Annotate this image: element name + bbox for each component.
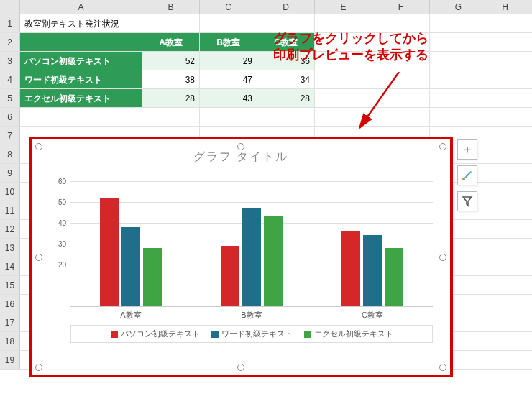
cell-F3[interactable] xyxy=(372,52,430,70)
row-header-14[interactable]: 14 xyxy=(0,257,20,275)
cell-H3[interactable] xyxy=(487,52,523,70)
row-header-6[interactable]: 6 xyxy=(0,108,20,126)
row-header-16[interactable]: 16 xyxy=(0,295,20,313)
cell-B3[interactable]: 52 xyxy=(142,52,200,70)
row-header-17[interactable]: 17 xyxy=(0,313,20,331)
cell-E1[interactable] xyxy=(315,14,372,32)
col-header-F[interactable]: F xyxy=(372,0,430,14)
select-all-corner[interactable] xyxy=(0,0,20,14)
cell-B4[interactable]: 38 xyxy=(142,70,200,88)
cell-H1[interactable] xyxy=(487,14,523,32)
cell-A4[interactable]: ワード初級テキスト xyxy=(20,70,142,88)
cell-C5[interactable]: 43 xyxy=(200,89,257,107)
cell-G3[interactable] xyxy=(430,52,487,70)
table-row: 1 教室別テキスト発注状況 xyxy=(0,14,532,33)
cell-H4[interactable] xyxy=(487,70,523,88)
cell-H2[interactable] xyxy=(487,33,523,51)
col-header-G[interactable]: G xyxy=(430,0,487,14)
row-header-12[interactable]: 12 xyxy=(0,220,20,238)
col-header-B[interactable]: B xyxy=(142,0,200,14)
cell-E3[interactable] xyxy=(315,52,372,70)
cell-F1[interactable] xyxy=(372,14,430,32)
resize-handle-icon[interactable] xyxy=(439,254,446,261)
row-header-3[interactable]: 3 xyxy=(0,52,20,70)
table-row: 6 xyxy=(0,108,532,127)
cell-C1[interactable] xyxy=(200,14,257,32)
cell-G5[interactable] xyxy=(430,89,487,107)
row-header-1[interactable]: 1 xyxy=(0,14,20,32)
chart-styles-button[interactable] xyxy=(457,165,477,185)
cell-G1[interactable] xyxy=(430,14,487,32)
cell-E2[interactable] xyxy=(315,33,372,51)
cell-D2[interactable]: C教室 xyxy=(257,33,315,51)
cell-F2[interactable] xyxy=(372,33,430,51)
row-header-8[interactable]: 8 xyxy=(0,145,20,163)
col-header-C[interactable]: C xyxy=(200,0,257,14)
cell-H5[interactable] xyxy=(487,89,523,107)
legend-item[interactable]: ワード初級テキスト xyxy=(211,329,293,339)
cell-F5[interactable] xyxy=(372,89,430,107)
col-header-H[interactable]: H xyxy=(487,0,523,14)
bar[interactable] xyxy=(242,208,261,306)
cell-F4[interactable] xyxy=(372,70,430,88)
row-header-5[interactable]: 5 xyxy=(0,89,20,107)
col-header-D[interactable]: D xyxy=(257,0,315,14)
chart-filter-button[interactable] xyxy=(457,191,477,211)
resize-handle-icon[interactable] xyxy=(237,364,244,371)
cell-C2[interactable]: B教室 xyxy=(200,33,257,51)
cell-D4[interactable]: 34 xyxy=(257,70,315,88)
bar[interactable] xyxy=(221,246,239,306)
col-header-E[interactable]: E xyxy=(315,0,372,14)
row-header-15[interactable]: 15 xyxy=(0,276,20,294)
table-row: 2 A教室 B教室 C教室 xyxy=(0,33,532,52)
y-tick-label: 20 xyxy=(49,260,66,268)
resize-handle-icon[interactable] xyxy=(35,143,42,150)
bar[interactable] xyxy=(341,231,360,306)
cell-A3[interactable]: パソコン初級テキスト xyxy=(20,52,142,70)
cell-G4[interactable] xyxy=(430,70,487,88)
bar[interactable] xyxy=(121,227,140,306)
resize-handle-icon[interactable] xyxy=(439,364,446,371)
row-header-2[interactable]: 2 xyxy=(0,33,20,51)
cell-G2[interactable] xyxy=(430,33,487,51)
row-header-4[interactable]: 4 xyxy=(0,70,20,88)
chart-add-element-button[interactable]: ＋ xyxy=(457,139,477,160)
row-header-9[interactable]: 9 xyxy=(0,164,20,182)
cell-E4[interactable] xyxy=(315,70,372,88)
bar[interactable] xyxy=(264,216,283,306)
resize-handle-icon[interactable] xyxy=(35,364,42,371)
row-header-13[interactable]: 13 xyxy=(0,239,20,257)
col-header-A[interactable]: A xyxy=(20,0,142,14)
cell-A5[interactable]: エクセル初級テキスト xyxy=(20,89,142,107)
cell-B1[interactable] xyxy=(142,14,200,32)
resize-handle-icon[interactable] xyxy=(35,254,42,261)
bar[interactable] xyxy=(143,248,162,306)
cell-C3[interactable]: 29 xyxy=(200,52,257,70)
resize-handle-icon[interactable] xyxy=(439,143,446,150)
row-header-10[interactable]: 10 xyxy=(0,183,20,201)
bar[interactable] xyxy=(385,248,403,306)
cell-D3[interactable]: 36 xyxy=(257,52,315,70)
cell-A2[interactable] xyxy=(20,33,142,51)
row-header-19[interactable]: 19 xyxy=(0,351,20,369)
resize-handle-icon[interactable] xyxy=(237,143,244,150)
cell-B5[interactable]: 28 xyxy=(142,89,200,107)
cell-E5[interactable] xyxy=(315,89,372,107)
bar[interactable] xyxy=(363,235,382,306)
row-header-11[interactable]: 11 xyxy=(0,201,20,219)
table-row: 5 エクセル初級テキスト 28 43 28 xyxy=(0,89,532,108)
row-header-7[interactable]: 7 xyxy=(0,127,20,145)
cell-D1[interactable] xyxy=(257,14,315,32)
row-header-18[interactable]: 18 xyxy=(0,332,20,350)
chart-plot-area[interactable]: 2030405060 xyxy=(70,170,433,307)
cell-C4[interactable]: 47 xyxy=(200,70,257,88)
bar-group xyxy=(312,170,433,306)
bar[interactable] xyxy=(100,198,119,306)
chart-legend[interactable]: パソコン初級テキストワード初級テキストエクセル初級テキスト xyxy=(70,325,433,343)
cell-B2[interactable]: A教室 xyxy=(142,33,200,51)
legend-item[interactable]: エクセル初級テキスト xyxy=(304,329,393,339)
legend-item[interactable]: パソコン初級テキスト xyxy=(111,329,200,339)
cell-D5[interactable]: 28 xyxy=(257,89,315,107)
chart-object[interactable]: グラフ タイトル 2030405060 A教室B教室C教室 パソコン初級テキスト… xyxy=(29,137,453,377)
cell-A1[interactable]: 教室別テキスト発注状況 xyxy=(20,14,142,32)
